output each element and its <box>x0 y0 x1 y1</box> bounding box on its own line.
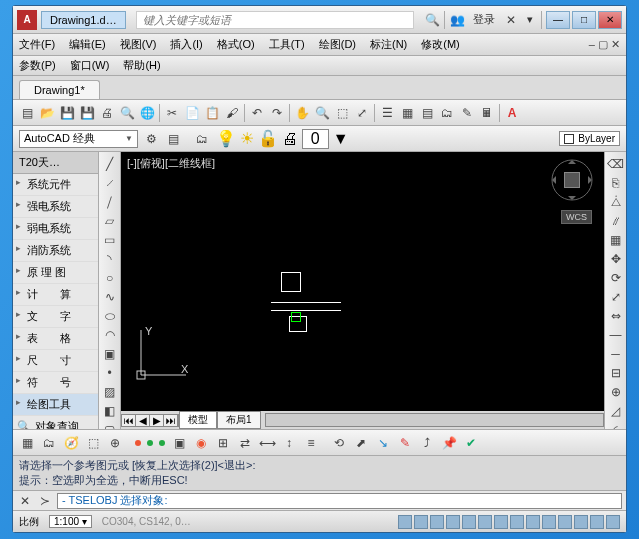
zoom-win-icon[interactable]: ⬚ <box>334 105 350 121</box>
palette-cat[interactable]: 尺 寸 <box>13 350 98 372</box>
layer-combo[interactable]: 💡☀ 🔓🖨 0 ▼ <box>216 129 349 149</box>
save-icon[interactable]: 💾 <box>59 105 75 121</box>
tab-last-icon[interactable]: ⏭ <box>164 415 178 426</box>
tb2-icon[interactable]: ⟲ <box>331 435 347 451</box>
redo-icon[interactable]: ↷ <box>269 105 285 121</box>
ellipse-icon[interactable]: ⬭ <box>102 309 118 323</box>
status-toggle[interactable] <box>590 515 604 529</box>
prop-icon[interactable]: ☰ <box>379 105 395 121</box>
tab-prev-icon[interactable]: ◀ <box>136 415 150 426</box>
search-icon[interactable]: 🔍 <box>424 12 440 28</box>
move2-icon[interactable]: ✥ <box>608 252 624 266</box>
status-toggle[interactable] <box>542 515 556 529</box>
copy2-icon[interactable]: ⎘ <box>608 176 624 190</box>
palette-tool[interactable]: 🔍对象查询 <box>13 416 98 429</box>
text-style-icon[interactable]: A <box>504 105 520 121</box>
minimize-button[interactable]: — <box>546 11 570 29</box>
status-toggle[interactable] <box>558 515 572 529</box>
array-icon[interactable]: ▦ <box>608 233 624 247</box>
palette-cat[interactable]: 系统元件 <box>13 174 98 196</box>
ws-icon[interactable]: ▤ <box>166 131 182 147</box>
menu-format[interactable]: 格式(O) <box>217 37 255 52</box>
close-button[interactable]: ✕ <box>598 11 622 29</box>
saveas-icon[interactable]: 💾 <box>79 105 95 121</box>
tb2-icon[interactable]: ⬚ <box>85 435 101 451</box>
quick-doc-tab[interactable]: Drawing1.d… <box>41 11 126 29</box>
palette-cat[interactable]: 原 理 图 <box>13 262 98 284</box>
menu-draw[interactable]: 绘图(D) <box>319 37 356 52</box>
rect-icon[interactable]: ▭ <box>102 233 118 247</box>
palette-cat[interactable]: 符 号 <box>13 372 98 394</box>
exchange-icon[interactable]: ✕ <box>503 12 519 28</box>
tb2-icon[interactable]: ⊕ <box>107 435 123 451</box>
open-icon[interactable]: 📂 <box>39 105 55 121</box>
zoom-icon[interactable]: 🔍 <box>314 105 330 121</box>
undo-icon[interactable]: ↶ <box>249 105 265 121</box>
zoom-ext-icon[interactable]: ⤢ <box>354 105 370 121</box>
tb2-icon[interactable]: ⟷ <box>259 435 275 451</box>
tb2-icon[interactable]: ⤴ <box>419 435 435 451</box>
cut-icon[interactable]: ✂ <box>164 105 180 121</box>
arc-icon[interactable]: ◝ <box>102 252 118 266</box>
status-toggle[interactable] <box>494 515 508 529</box>
offset-icon[interactable]: ⫽ <box>608 214 624 228</box>
tab-next-icon[interactable]: ▶ <box>150 415 164 426</box>
xline-icon[interactable]: ⧸ <box>102 195 118 209</box>
drawing-object[interactable] <box>271 302 341 303</box>
mark-icon[interactable]: ✎ <box>459 105 475 121</box>
status-toggle[interactable] <box>574 515 588 529</box>
status-toggle[interactable] <box>446 515 460 529</box>
match-icon[interactable]: 🖌 <box>224 105 240 121</box>
drawing-object[interactable] <box>271 310 341 311</box>
tb2-icon[interactable]: ≡ <box>303 435 319 451</box>
join-icon[interactable]: ⊕ <box>608 385 624 399</box>
wcs-label[interactable]: WCS <box>561 210 592 224</box>
tb2-icon[interactable]: 📌 <box>441 435 457 451</box>
print-icon[interactable]: 🖨 <box>99 105 115 121</box>
palette-cat-active[interactable]: 绘图工具 <box>13 394 98 416</box>
erase-icon[interactable]: ⌫ <box>608 157 624 171</box>
login-button[interactable]: 登录 <box>469 10 499 29</box>
status-toggle[interactable] <box>398 515 412 529</box>
trim-icon[interactable]: — <box>608 328 624 342</box>
extend-icon[interactable]: ─ <box>608 347 624 361</box>
pl-icon[interactable]: ⟋ <box>102 176 118 190</box>
drawing-canvas[interactable]: [-][俯视][二维线框] WCS YX <box>121 152 604 411</box>
calc-icon[interactable]: 🖩 <box>479 105 495 121</box>
menu-tools[interactable]: 工具(T) <box>269 37 305 52</box>
tp-icon[interactable]: ▤ <box>419 105 435 121</box>
tb2-icon[interactable]: ✎ <box>397 435 413 451</box>
help-search-input[interactable] <box>136 11 414 29</box>
cmd-prompt-icon[interactable]: ≻ <box>37 493 53 509</box>
grad-icon[interactable]: ◧ <box>102 404 118 418</box>
palette-cat[interactable]: 表 格 <box>13 328 98 350</box>
palette-cat[interactable]: 消防系统 <box>13 240 98 262</box>
layout-tab[interactable]: 布局1 <box>217 411 261 429</box>
poly-icon[interactable]: ▱ <box>102 214 118 228</box>
tab-first-icon[interactable]: ⏮ <box>122 415 136 426</box>
tb2-icon[interactable]: 🧭 <box>63 435 79 451</box>
maximize-button[interactable]: □ <box>572 11 596 29</box>
user-icon[interactable]: 👥 <box>449 12 465 28</box>
palette-cat[interactable]: 计 算 <box>13 284 98 306</box>
menu-edit[interactable]: 编辑(E) <box>69 37 106 52</box>
menu-param[interactable]: 参数(P) <box>19 58 56 73</box>
drawing-object[interactable] <box>281 272 301 292</box>
scale-icon[interactable]: ⤢ <box>608 290 624 304</box>
circle-icon[interactable]: ○ <box>102 271 118 285</box>
paste-icon[interactable]: 📋 <box>204 105 220 121</box>
palette-cat[interactable]: 文 字 <box>13 306 98 328</box>
spline-icon[interactable]: ∿ <box>102 290 118 304</box>
menu-window[interactable]: 窗口(W) <box>70 58 110 73</box>
block-icon[interactable]: ▣ <box>102 347 118 361</box>
cmd-close-icon[interactable]: ✕ <box>17 493 33 509</box>
status-toggle[interactable] <box>606 515 620 529</box>
pan-icon[interactable]: ✋ <box>294 105 310 121</box>
tb2-icon[interactable]: ▣ <box>171 435 187 451</box>
copy-icon[interactable]: 📄 <box>184 105 200 121</box>
menu-file[interactable]: 文件(F) <box>19 37 55 52</box>
layer-prop-icon[interactable]: 🗂 <box>194 131 210 147</box>
tb2-icon[interactable]: ↘ <box>375 435 391 451</box>
tb2-icon[interactable]: ✔ <box>463 435 479 451</box>
tb2-icon[interactable]: ◉ <box>193 435 209 451</box>
